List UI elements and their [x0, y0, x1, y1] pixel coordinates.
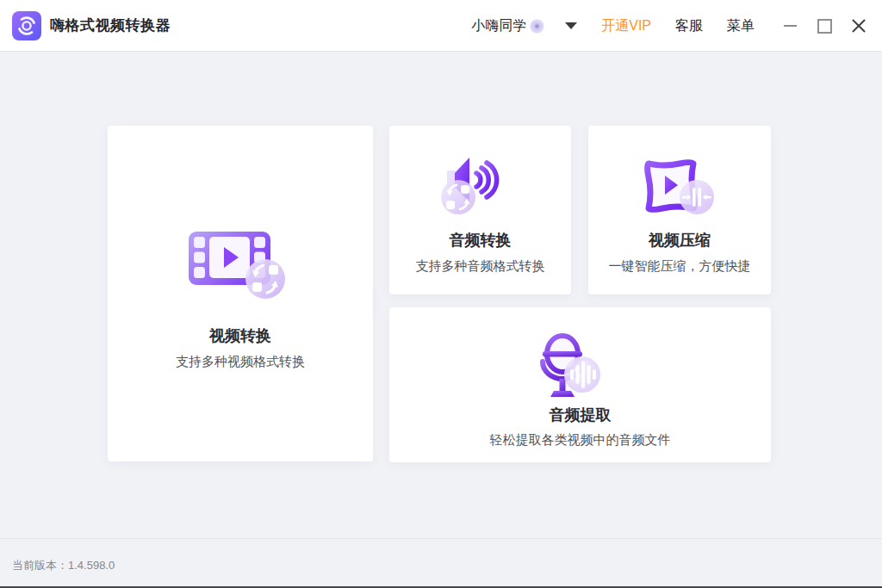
speaker-convert-icon [438, 152, 524, 222]
card-subtitle: 支持多种视频格式转换 [176, 354, 305, 370]
card-title: 视频转换 [209, 325, 271, 346]
version-label: 当前版本：1.4.598.0 [12, 558, 115, 573]
open-vip-button[interactable]: 开通VIP [601, 17, 651, 35]
card-subtitle: 轻松提取各类视频中的音频文件 [490, 432, 671, 449]
card-subtitle: 支持多种音频格式转换 [416, 258, 545, 275]
titlebar: 嗨格式视频转换器 小嗨同学 开通VIP 客服 菜单 [0, 0, 882, 52]
app-logo-icon [12, 11, 41, 40]
minimize-button[interactable] [780, 15, 799, 37]
titlebar-right: 小嗨同学 开通VIP 客服 菜单 [471, 0, 882, 52]
maximize-button[interactable] [815, 15, 834, 37]
menu-button[interactable]: 菜单 [727, 17, 755, 35]
statusbar-divider [0, 538, 882, 539]
card-title: 视频压缩 [649, 230, 711, 251]
account-dropdown-caret-icon[interactable] [565, 22, 577, 29]
close-button[interactable] [849, 15, 868, 37]
card-audio-extract[interactable]: 音频提取 轻松提取各类视频中的音频文件 [389, 307, 771, 462]
filmstrip-convert-icon [184, 229, 296, 308]
user-name[interactable]: 小嗨同学 [471, 17, 526, 35]
card-video-compress[interactable]: 视频压缩 一键智能压缩，方便快捷 [588, 126, 771, 294]
member-level-badge-icon [530, 19, 544, 34]
video-compress-icon [637, 152, 723, 222]
card-audio-convert[interactable]: 音频转换 支持多种音频格式转换 [389, 126, 571, 294]
card-title: 音频提取 [550, 405, 612, 425]
brand: 嗨格式视频转换器 [0, 11, 171, 40]
app-title: 嗨格式视频转换器 [50, 15, 171, 35]
card-title: 音频转换 [450, 230, 512, 251]
customer-service-button[interactable]: 客服 [675, 17, 703, 35]
card-subtitle: 一键智能压缩，方便快捷 [609, 258, 751, 275]
card-video-convert[interactable]: 视频转换 支持多种视频格式转换 [108, 126, 373, 461]
microphone-extract-icon [533, 329, 628, 403]
